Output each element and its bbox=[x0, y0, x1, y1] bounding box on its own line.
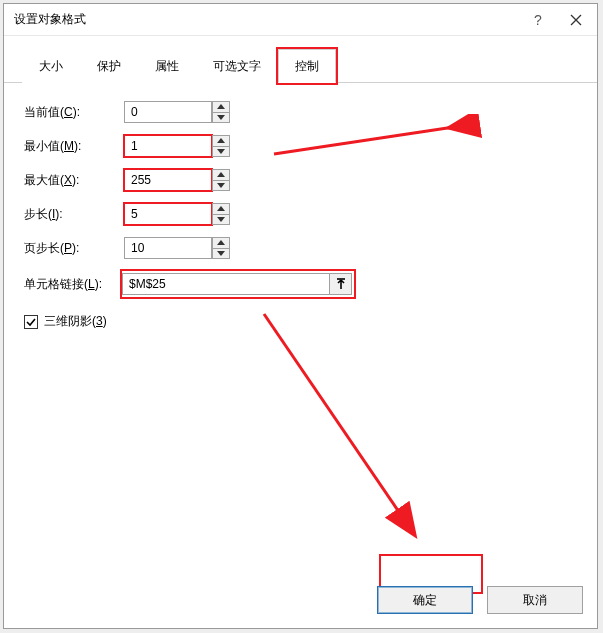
spin-page bbox=[124, 237, 232, 259]
row-cell-link: 单元格链接(L): bbox=[24, 271, 577, 297]
row-3d-shadow: 三维阴影(3) bbox=[24, 313, 577, 330]
tab-control[interactable]: 控制 bbox=[278, 49, 336, 83]
label-page: 页步长(P): bbox=[24, 240, 124, 257]
dialog-format-control: 设置对象格式 ? 大小 保护 属性 可选文字 控制 当前值(C): 最小值(M)… bbox=[3, 3, 598, 629]
cell-link-field bbox=[122, 273, 352, 295]
tab-size[interactable]: 大小 bbox=[22, 49, 80, 83]
spin-up[interactable] bbox=[212, 135, 230, 146]
chevron-down-icon bbox=[217, 251, 225, 256]
titlebar: 设置对象格式 ? bbox=[4, 4, 597, 36]
dialog-title: 设置对象格式 bbox=[14, 11, 521, 28]
min-input[interactable] bbox=[124, 135, 212, 157]
label-cell-link: 单元格链接(L): bbox=[24, 276, 124, 293]
spin-down[interactable] bbox=[212, 214, 230, 226]
spin-up[interactable] bbox=[212, 237, 230, 248]
chevron-down-icon bbox=[217, 217, 225, 222]
dialog-buttons: 确定 取消 bbox=[377, 586, 583, 614]
cell-link-input[interactable] bbox=[122, 273, 330, 295]
label-min: 最小值(M): bbox=[24, 138, 124, 155]
spin-down[interactable] bbox=[212, 146, 230, 158]
chevron-up-icon bbox=[217, 104, 225, 109]
label-step: 步长(I): bbox=[24, 206, 124, 223]
spin-arrows bbox=[212, 203, 230, 225]
tab-properties[interactable]: 属性 bbox=[138, 49, 196, 83]
label-current: 当前值(C): bbox=[24, 104, 124, 121]
chevron-up-icon bbox=[217, 240, 225, 245]
row-min: 最小值(M): bbox=[24, 135, 577, 157]
tab-alttext[interactable]: 可选文字 bbox=[196, 49, 278, 83]
3d-shadow-checkbox[interactable] bbox=[24, 315, 38, 329]
spin-down[interactable] bbox=[212, 248, 230, 260]
close-button[interactable] bbox=[555, 4, 597, 36]
spin-down[interactable] bbox=[212, 112, 230, 124]
spin-up[interactable] bbox=[212, 169, 230, 180]
chevron-down-icon bbox=[217, 115, 225, 120]
chevron-up-icon bbox=[217, 138, 225, 143]
spin-arrows bbox=[212, 135, 230, 157]
spin-arrows bbox=[212, 169, 230, 191]
spin-up[interactable] bbox=[212, 203, 230, 214]
row-current: 当前值(C): bbox=[24, 101, 577, 123]
label-3d-shadow: 三维阴影(3) bbox=[44, 313, 107, 330]
spin-arrows bbox=[212, 237, 230, 259]
close-icon bbox=[570, 14, 582, 26]
help-button[interactable]: ? bbox=[521, 4, 555, 36]
page-input[interactable] bbox=[124, 237, 212, 259]
tab-bar: 大小 保护 属性 可选文字 控制 bbox=[4, 48, 597, 83]
spin-current bbox=[124, 101, 232, 123]
ok-button[interactable]: 确定 bbox=[377, 586, 473, 614]
chevron-up-icon bbox=[217, 206, 225, 211]
chevron-down-icon bbox=[217, 183, 225, 188]
step-input[interactable] bbox=[124, 203, 212, 225]
row-max: 最大值(X): bbox=[24, 169, 577, 191]
spin-arrows bbox=[212, 101, 230, 123]
chevron-down-icon bbox=[217, 149, 225, 154]
cancel-button[interactable]: 取消 bbox=[487, 586, 583, 614]
current-input[interactable] bbox=[124, 101, 212, 123]
range-picker-icon bbox=[335, 278, 347, 290]
check-icon bbox=[26, 317, 36, 327]
row-page: 页步长(P): bbox=[24, 237, 577, 259]
spin-max bbox=[124, 169, 232, 191]
max-input[interactable] bbox=[124, 169, 212, 191]
spin-up[interactable] bbox=[212, 101, 230, 112]
chevron-up-icon bbox=[217, 172, 225, 177]
tab-protect[interactable]: 保护 bbox=[80, 49, 138, 83]
range-picker-button[interactable] bbox=[330, 273, 352, 295]
row-step: 步长(I): bbox=[24, 203, 577, 225]
spin-down[interactable] bbox=[212, 180, 230, 192]
spin-min bbox=[124, 135, 232, 157]
tab-content: 当前值(C): 最小值(M): 最大值(X): bbox=[4, 83, 597, 348]
spin-step bbox=[124, 203, 232, 225]
label-max: 最大值(X): bbox=[24, 172, 124, 189]
